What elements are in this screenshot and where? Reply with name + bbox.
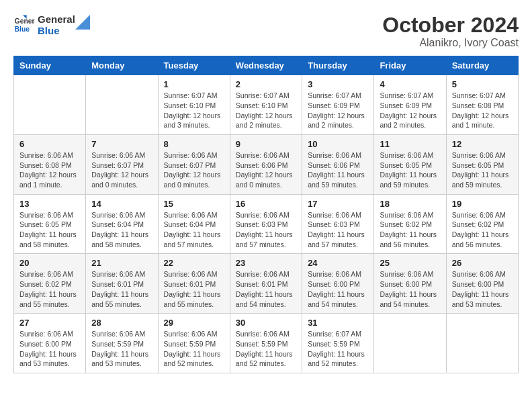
calendar-cell: 31Sunrise: 6:07 AM Sunset: 5:59 PM Dayli… xyxy=(302,314,374,373)
day-number: 29 xyxy=(164,318,224,328)
days-of-week-row: SundayMondayTuesdayWednesdayThursdayFrid… xyxy=(14,56,519,75)
day-number: 19 xyxy=(452,199,513,209)
day-number: 3 xyxy=(308,79,368,89)
svg-marker-3 xyxy=(75,15,90,30)
day-number: 25 xyxy=(380,258,440,268)
day-detail: Sunrise: 6:06 AM Sunset: 6:01 PM Dayligh… xyxy=(236,269,296,309)
day-detail: Sunrise: 6:06 AM Sunset: 6:08 PM Dayligh… xyxy=(19,150,80,190)
calendar-cell: 4Sunrise: 6:07 AM Sunset: 6:09 PM Daylig… xyxy=(374,75,446,135)
day-number: 7 xyxy=(91,139,152,149)
day-detail: Sunrise: 6:06 AM Sunset: 5:59 PM Dayligh… xyxy=(91,329,152,369)
calendar-cell: 6Sunrise: 6:06 AM Sunset: 6:08 PM Daylig… xyxy=(14,134,86,194)
day-number: 14 xyxy=(91,199,152,209)
calendar-body: 1Sunrise: 6:07 AM Sunset: 6:10 PM Daylig… xyxy=(14,75,519,373)
day-detail: Sunrise: 6:06 AM Sunset: 6:01 PM Dayligh… xyxy=(91,269,152,309)
day-number: 4 xyxy=(380,79,440,89)
calendar-week-1: 1Sunrise: 6:07 AM Sunset: 6:10 PM Daylig… xyxy=(14,75,519,135)
day-detail: Sunrise: 6:06 AM Sunset: 6:00 PM Dayligh… xyxy=(308,269,368,309)
day-number: 22 xyxy=(164,258,224,268)
calendar-week-5: 27Sunrise: 6:06 AM Sunset: 6:00 PM Dayli… xyxy=(14,314,519,373)
day-header-saturday: Saturday xyxy=(446,56,518,75)
day-detail: Sunrise: 6:06 AM Sunset: 6:05 PM Dayligh… xyxy=(19,210,80,250)
day-number: 2 xyxy=(236,79,296,89)
day-number: 21 xyxy=(91,258,152,268)
day-detail: Sunrise: 6:06 AM Sunset: 6:00 PM Dayligh… xyxy=(452,269,513,309)
calendar-week-2: 6Sunrise: 6:06 AM Sunset: 6:08 PM Daylig… xyxy=(14,134,519,194)
day-number: 15 xyxy=(164,199,224,209)
day-header-friday: Friday xyxy=(374,56,446,75)
page-title: October 2024 xyxy=(382,13,519,37)
calendar-cell: 17Sunrise: 6:06 AM Sunset: 6:03 PM Dayli… xyxy=(302,194,374,254)
logo-blue: Blue xyxy=(38,25,75,36)
calendar-cell: 25Sunrise: 6:06 AM Sunset: 6:00 PM Dayli… xyxy=(374,254,446,314)
calendar-cell: 7Sunrise: 6:06 AM Sunset: 6:07 PM Daylig… xyxy=(86,134,158,194)
day-detail: Sunrise: 6:07 AM Sunset: 6:08 PM Dayligh… xyxy=(452,91,513,130)
calendar-cell: 18Sunrise: 6:06 AM Sunset: 6:02 PM Dayli… xyxy=(374,194,446,254)
day-header-sunday: Sunday xyxy=(14,56,86,75)
day-number: 18 xyxy=(380,199,440,209)
day-number: 9 xyxy=(236,139,296,149)
day-number: 8 xyxy=(164,139,224,149)
logo-general: General xyxy=(38,13,75,25)
calendar-cell xyxy=(374,314,446,373)
calendar-cell: 24Sunrise: 6:06 AM Sunset: 6:00 PM Dayli… xyxy=(302,254,374,314)
logo: General Blue General Blue xyxy=(13,13,90,37)
day-number: 1 xyxy=(164,79,224,89)
calendar-cell: 2Sunrise: 6:07 AM Sunset: 6:10 PM Daylig… xyxy=(230,75,302,135)
day-number: 26 xyxy=(452,258,513,268)
day-number: 17 xyxy=(308,199,368,209)
day-detail: Sunrise: 6:06 AM Sunset: 6:05 PM Dayligh… xyxy=(452,150,513,190)
calendar-cell: 1Sunrise: 6:07 AM Sunset: 6:10 PM Daylig… xyxy=(158,75,230,135)
calendar-cell: 10Sunrise: 6:06 AM Sunset: 6:06 PM Dayli… xyxy=(302,134,374,194)
calendar-cell xyxy=(14,75,86,135)
day-header-wednesday: Wednesday xyxy=(230,56,302,75)
calendar-cell: 12Sunrise: 6:06 AM Sunset: 6:05 PM Dayli… xyxy=(446,134,518,194)
calendar-cell: 8Sunrise: 6:06 AM Sunset: 6:07 PM Daylig… xyxy=(158,134,230,194)
day-number: 13 xyxy=(19,199,80,209)
day-number: 28 xyxy=(91,318,152,328)
day-detail: Sunrise: 6:06 AM Sunset: 6:00 PM Dayligh… xyxy=(380,269,440,309)
calendar-cell: 5Sunrise: 6:07 AM Sunset: 6:08 PM Daylig… xyxy=(446,75,518,135)
day-detail: Sunrise: 6:07 AM Sunset: 5:59 PM Dayligh… xyxy=(308,329,368,369)
calendar-cell: 26Sunrise: 6:06 AM Sunset: 6:00 PM Dayli… xyxy=(446,254,518,314)
calendar-cell: 21Sunrise: 6:06 AM Sunset: 6:01 PM Dayli… xyxy=(86,254,158,314)
day-detail: Sunrise: 6:06 AM Sunset: 6:04 PM Dayligh… xyxy=(164,210,224,250)
day-number: 6 xyxy=(19,139,80,149)
calendar-cell: 9Sunrise: 6:06 AM Sunset: 6:06 PM Daylig… xyxy=(230,134,302,194)
logo-arrow-icon xyxy=(75,15,90,30)
calendar-week-3: 13Sunrise: 6:06 AM Sunset: 6:05 PM Dayli… xyxy=(14,194,519,254)
day-number: 5 xyxy=(452,79,513,89)
calendar-cell: 27Sunrise: 6:06 AM Sunset: 6:00 PM Dayli… xyxy=(14,314,86,373)
page-subtitle: Alanikro, Ivory Coast xyxy=(382,37,519,49)
day-number: 27 xyxy=(19,318,80,328)
calendar-cell: 28Sunrise: 6:06 AM Sunset: 5:59 PM Dayli… xyxy=(86,314,158,373)
calendar-cell xyxy=(86,75,158,135)
day-detail: Sunrise: 6:06 AM Sunset: 6:03 PM Dayligh… xyxy=(236,210,296,250)
day-number: 12 xyxy=(452,139,513,149)
day-detail: Sunrise: 6:06 AM Sunset: 6:03 PM Dayligh… xyxy=(308,210,368,250)
day-header-monday: Monday xyxy=(86,56,158,75)
day-detail: Sunrise: 6:06 AM Sunset: 6:02 PM Dayligh… xyxy=(19,269,80,309)
day-number: 23 xyxy=(236,258,296,268)
calendar-header: SundayMondayTuesdayWednesdayThursdayFrid… xyxy=(14,56,519,75)
calendar-cell: 29Sunrise: 6:06 AM Sunset: 5:59 PM Dayli… xyxy=(158,314,230,373)
calendar-cell: 22Sunrise: 6:06 AM Sunset: 6:01 PM Dayli… xyxy=(158,254,230,314)
calendar-cell: 19Sunrise: 6:06 AM Sunset: 6:02 PM Dayli… xyxy=(446,194,518,254)
calendar-cell: 13Sunrise: 6:06 AM Sunset: 6:05 PM Dayli… xyxy=(14,194,86,254)
day-detail: Sunrise: 6:06 AM Sunset: 6:02 PM Dayligh… xyxy=(452,210,513,250)
day-detail: Sunrise: 6:07 AM Sunset: 6:09 PM Dayligh… xyxy=(380,91,440,130)
day-number: 10 xyxy=(308,139,368,149)
day-header-thursday: Thursday xyxy=(302,56,374,75)
calendar: SundayMondayTuesdayWednesdayThursdayFrid… xyxy=(13,56,519,373)
day-detail: Sunrise: 6:07 AM Sunset: 6:09 PM Dayligh… xyxy=(308,91,368,130)
day-detail: Sunrise: 6:06 AM Sunset: 6:01 PM Dayligh… xyxy=(164,269,224,309)
day-number: 20 xyxy=(19,258,80,268)
calendar-cell: 11Sunrise: 6:06 AM Sunset: 6:05 PM Dayli… xyxy=(374,134,446,194)
calendar-cell: 3Sunrise: 6:07 AM Sunset: 6:09 PM Daylig… xyxy=(302,75,374,135)
day-detail: Sunrise: 6:07 AM Sunset: 6:10 PM Dayligh… xyxy=(164,91,224,130)
logo-icon: General Blue xyxy=(13,14,35,36)
calendar-cell xyxy=(446,314,518,373)
day-header-tuesday: Tuesday xyxy=(158,56,230,75)
calendar-cell: 14Sunrise: 6:06 AM Sunset: 6:04 PM Dayli… xyxy=(86,194,158,254)
day-detail: Sunrise: 6:06 AM Sunset: 6:04 PM Dayligh… xyxy=(91,210,152,250)
